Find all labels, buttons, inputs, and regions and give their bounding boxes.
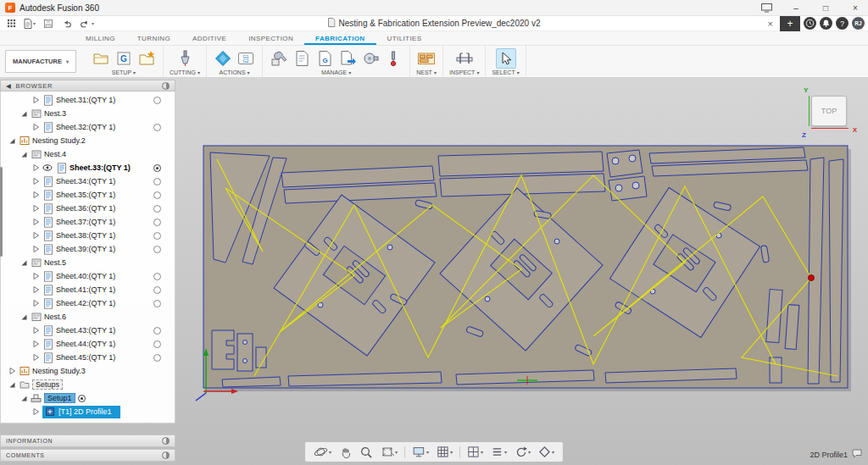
collapse-arrow-icon[interactable] [19, 258, 28, 267]
browser-tree-row[interactable]: Sheet.36:(QTY 1) [1, 202, 175, 215]
collapse-arrow-icon[interactable] [19, 150, 28, 158]
browser-tree-row[interactable]: Sheet.35:(QTY 1) [1, 188, 175, 202]
browser-tree-row[interactable]: Sheet.38:(QTY 1) [1, 229, 175, 242]
expand-arrow-icon[interactable] [31, 231, 40, 240]
expand-arrow-icon[interactable] [31, 191, 40, 199]
tab-inspection[interactable]: INSPECTION [237, 31, 304, 45]
browser-tree-row[interactable]: Setup1 [1, 391, 175, 405]
fit-icon[interactable]: ▾ [377, 445, 401, 459]
job-status-icon[interactable] [804, 17, 816, 30]
avatar[interactable]: RJ [852, 17, 865, 30]
expand-arrow-icon[interactable] [31, 123, 40, 131]
comments-panel-bar[interactable]: COMMENTS [0, 449, 175, 462]
grid-icon[interactable]: ▾ [433, 445, 456, 459]
minimize-button[interactable]: – [783, 0, 809, 15]
doc-lines-icon[interactable] [292, 48, 312, 69]
information-panel-bar[interactable]: INFORMATION [0, 435, 175, 447]
help-icon[interactable]: ? [836, 17, 849, 30]
browser-tree-row[interactable]: Sheet.43:(QTY 1) [1, 324, 175, 337]
expand-arrow-icon[interactable] [31, 272, 40, 280]
browser-tree-row[interactable]: Sheet.32:(QTY 1) [1, 120, 175, 134]
view-cube-face-top[interactable]: TOP [811, 96, 847, 126]
sheet-radio[interactable] [153, 327, 161, 335]
maximize-button[interactable]: □ [813, 0, 838, 15]
active-radio[interactable] [78, 395, 86, 402]
browser-tree-row[interactable]: Nest.5 [1, 256, 175, 269]
browser-tree-row[interactable]: Sheet.44:(QTY 1) [1, 337, 175, 351]
browser-scrollbar[interactable] [0, 167, 3, 257]
tab-turning[interactable]: TURNING [126, 31, 181, 45]
browser-tree-row[interactable]: Sheet.45:(QTY 1) [1, 351, 175, 364]
collapse-arrow-icon[interactable] [19, 109, 28, 118]
tool-library-icon[interactable] [269, 48, 289, 69]
doc-arrow-icon[interactable] [337, 48, 358, 69]
tab-fabrication[interactable]: FABRICATION [304, 31, 376, 45]
browser-header[interactable]: ◀ BROWSER [0, 80, 175, 91]
viewports-icon[interactable]: ▾ [464, 445, 487, 459]
close-document-icon[interactable]: × [765, 19, 776, 29]
browser-tree-row[interactable]: Sheet.34:(QTY 1) [1, 174, 175, 188]
collapse-arrow-icon[interactable] [19, 313, 28, 321]
tab-additive[interactable]: ADDITIVE [181, 31, 237, 45]
expand-arrow-icon[interactable] [31, 245, 40, 253]
panel-toggle-icon[interactable] [162, 437, 170, 445]
sheet-radio[interactable] [153, 273, 161, 280]
collapse-arrow-icon[interactable] [8, 380, 16, 389]
browser-tree-row[interactable]: Nesting Study.2 [1, 134, 175, 147]
visibility-eye-icon[interactable] [42, 163, 53, 172]
expand-arrow-icon[interactable] [31, 285, 40, 294]
sheet-radio[interactable] [153, 246, 161, 253]
setup-folder-icon[interactable] [91, 48, 111, 69]
gcode-box-icon[interactable]: G [114, 48, 134, 69]
ribbon-group-label[interactable]: SETUP▾ [91, 69, 157, 76]
expand-arrow-icon[interactable] [31, 340, 40, 348]
tab-milling[interactable]: MILLING [75, 31, 126, 45]
browser-tree-row[interactable]: Sheet.42:(QTY 1) [1, 296, 175, 310]
browser-tree-row[interactable]: Sheet.41:(QTY 1) [1, 283, 175, 296]
orbit-icon[interactable]: ▾ [310, 444, 335, 460]
active-sheet-radio[interactable] [153, 164, 161, 172]
close-button[interactable]: × [843, 0, 868, 15]
setup-new-icon[interactable] [136, 48, 157, 69]
sheet-radio[interactable] [153, 124, 161, 131]
expand-arrow-icon[interactable] [31, 96, 40, 104]
sheet-radio[interactable] [153, 178, 161, 185]
simulate-icon[interactable] [213, 48, 233, 69]
ribbon-group-label[interactable]: NEST▾ [416, 69, 437, 76]
expand-arrow-icon[interactable] [31, 353, 40, 362]
ribbon-group-label[interactable]: ACTIONS▾ [213, 69, 256, 76]
zoom-icon[interactable] [356, 445, 376, 460]
browser-tree-row[interactable]: Setups [1, 378, 175, 391]
caliper-icon[interactable] [454, 48, 475, 69]
redo-icon[interactable]: ▾ [76, 17, 97, 30]
cursor-icon[interactable] [496, 48, 516, 69]
screen-share-icon[interactable] [754, 0, 779, 15]
browser-tree-row[interactable]: Sheet.33:(QTY 1) [1, 161, 175, 174]
cutting-tool-icon[interactable] [175, 48, 195, 69]
browser-tree-row[interactable]: Nest.6 [1, 310, 175, 324]
expand-arrow-icon[interactable] [31, 204, 40, 213]
expand-arrow-icon[interactable] [8, 367, 16, 375]
tab-utilities[interactable]: UTILITIES [376, 31, 433, 45]
collapse-panel-icon[interactable]: ◀ [6, 82, 11, 90]
file-menu-icon[interactable]: ▾ [20, 17, 39, 30]
display-icon[interactable]: ▾ [409, 445, 432, 459]
list-icon[interactable]: ▾ [487, 446, 510, 458]
machine-icon[interactable] [360, 48, 381, 69]
post-process-icon[interactable]: G1G2 [236, 48, 256, 69]
collapse-arrow-icon[interactable] [19, 394, 28, 402]
workspace-selector[interactable]: MANUFACTURE▾ [5, 50, 76, 73]
browser-tree-row[interactable]: Sheet.40:(QTY 1) [1, 269, 175, 283]
expand-arrow-icon[interactable] [31, 299, 40, 307]
expand-arrow-icon[interactable] [31, 326, 40, 335]
doc-g-icon[interactable]: G [314, 48, 335, 69]
sheet-radio[interactable] [153, 97, 161, 104]
browser-tree-row[interactable]: [T1] 2D Profile1 [1, 405, 175, 418]
selected-operation-highlight[interactable]: [T1] 2D Profile1 [42, 406, 120, 418]
browser-tree-row[interactable]: Sheet.39:(QTY 1) [1, 242, 175, 256]
panel-toggle-icon[interactable] [162, 451, 170, 459]
new-tab-button[interactable]: + [780, 16, 800, 31]
apps-grid-icon[interactable] [3, 17, 19, 30]
collapse-arrow-icon[interactable] [8, 136, 16, 145]
sheet-radio[interactable] [153, 354, 161, 362]
